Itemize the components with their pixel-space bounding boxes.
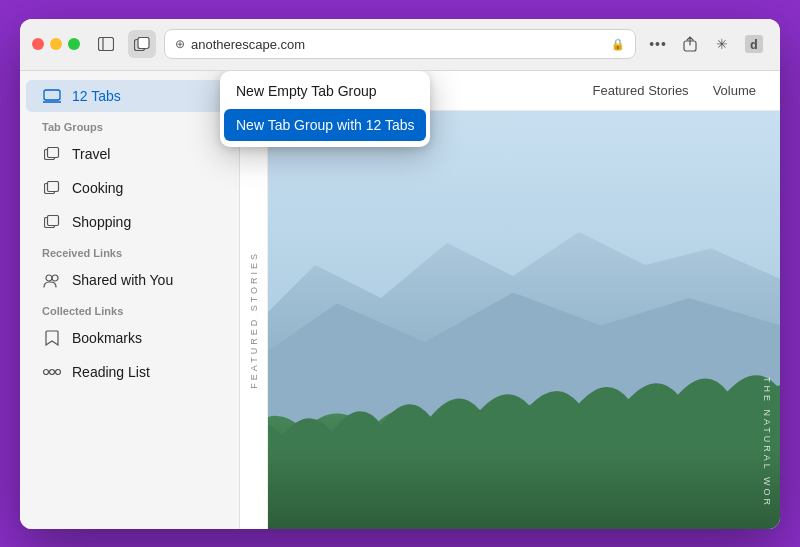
- svg-rect-12: [48, 215, 59, 225]
- sidebar: 12 Tabs Tab Groups Travel: [20, 71, 240, 529]
- browser-window: ⊕ anotherescape.com 🔒 ••• ✳ d: [20, 19, 780, 529]
- cooking-tab-icon: [42, 178, 62, 198]
- sidebar-item-travel[interactable]: Travel: [26, 138, 233, 170]
- lock-icon: 🔒: [611, 38, 625, 51]
- extension-icon: d: [745, 35, 763, 53]
- sidebar-item-tabs[interactable]: 12 Tabs: [26, 80, 233, 112]
- travel-label: Travel: [72, 146, 110, 162]
- sidebar-icon: [98, 37, 114, 51]
- bookmarks-label: Bookmarks: [72, 330, 142, 346]
- minimize-button[interactable]: [50, 38, 62, 50]
- ellipsis-icon: •••: [649, 36, 667, 52]
- globe-icon: ⊕: [175, 37, 185, 51]
- more-button[interactable]: •••: [644, 30, 672, 58]
- bookmark-icon: [42, 328, 62, 348]
- svg-point-13: [46, 275, 52, 281]
- right-vertical-text: The Natural Wor: [762, 377, 772, 508]
- vertical-text-panel: Featured Stories: [240, 111, 268, 529]
- address-bar[interactable]: ⊕ anotherescape.com 🔒: [164, 29, 636, 59]
- shared-icon: [42, 270, 62, 290]
- webpage-body: Featured Stories: [240, 111, 780, 529]
- titlebar: ⊕ anotherescape.com 🔒 ••• ✳ d: [20, 19, 780, 71]
- main-content: 12 Tabs Tab Groups Travel: [20, 71, 780, 529]
- tab-group-button[interactable]: [128, 30, 156, 58]
- shopping-tab-icon: [42, 212, 62, 232]
- received-links-label: Received Links: [20, 239, 239, 263]
- ai-button[interactable]: ✳: [708, 30, 736, 58]
- svg-point-16: [50, 369, 55, 374]
- reading-list-icon: [42, 362, 62, 382]
- svg-rect-5: [44, 90, 60, 100]
- sidebar-item-shopping[interactable]: Shopping: [26, 206, 233, 238]
- cooking-label: Cooking: [72, 180, 123, 196]
- active-tab-label: 12 Tabs: [72, 88, 121, 104]
- dropdown-item-with-tabs[interactable]: New Tab Group with 12 Tabs: [224, 109, 426, 141]
- shared-label: Shared with You: [72, 272, 173, 288]
- landscape-image: The Natural Wor: [268, 111, 780, 529]
- collected-links-label: Collected Links: [20, 297, 239, 321]
- titlebar-right: ••• ✳ d: [644, 30, 768, 58]
- share-icon: [683, 36, 697, 52]
- svg-rect-3: [138, 38, 149, 49]
- svg-point-14: [52, 275, 58, 281]
- sidebar-item-shared[interactable]: Shared with You: [26, 264, 233, 296]
- sidebar-item-bookmarks[interactable]: Bookmarks: [26, 322, 233, 354]
- svg-point-15: [44, 369, 49, 374]
- laptop-icon: [42, 86, 62, 106]
- sidebar-item-reading-list[interactable]: Reading List: [26, 356, 233, 388]
- fullscreen-button[interactable]: [68, 38, 80, 50]
- svg-rect-10: [48, 181, 59, 191]
- address-text: anotherescape.com: [191, 37, 605, 52]
- share-button[interactable]: [676, 30, 704, 58]
- sidebar-item-cooking[interactable]: Cooking: [26, 172, 233, 204]
- extension-button[interactable]: d: [740, 30, 768, 58]
- dropdown-item-empty[interactable]: New Empty Tab Group: [220, 75, 430, 107]
- tab-groups-label: Tab Groups: [20, 113, 239, 137]
- shopping-label: Shopping: [72, 214, 131, 230]
- sidebar-toggle-button[interactable]: [92, 30, 120, 58]
- svg-rect-8: [48, 147, 59, 157]
- svg-rect-0: [99, 38, 114, 51]
- vertical-label: Featured Stories: [249, 251, 259, 389]
- sparkle-icon: ✳: [716, 36, 728, 52]
- reading-list-label: Reading List: [72, 364, 150, 380]
- tab-group-icon: [134, 37, 150, 51]
- nav-link-volume[interactable]: Volume: [713, 83, 756, 98]
- traffic-lights: [32, 38, 80, 50]
- dropdown-popover: New Empty Tab Group New Tab Group with 1…: [220, 71, 430, 147]
- svg-point-17: [56, 369, 61, 374]
- nav-link-stories[interactable]: Featured Stories: [593, 83, 689, 98]
- close-button[interactable]: [32, 38, 44, 50]
- travel-tab-icon: [42, 144, 62, 164]
